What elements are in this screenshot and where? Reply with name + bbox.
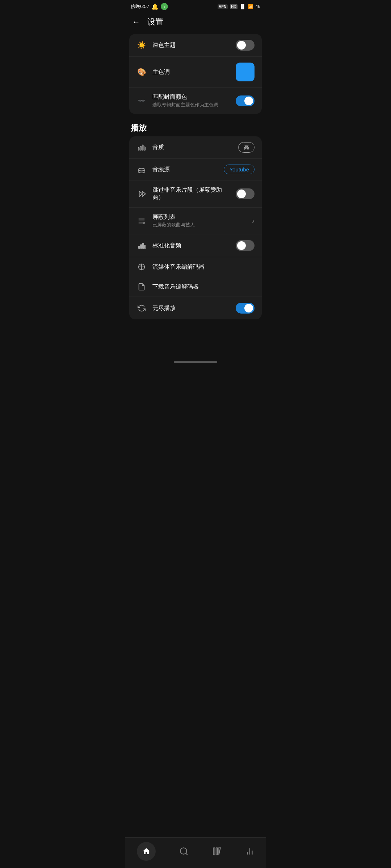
dark-theme-control[interactable] xyxy=(236,40,255,51)
audio-source-control[interactable]: Youtube xyxy=(224,165,255,174)
stream-codec-content: 流媒体音乐编解码器 xyxy=(152,263,250,271)
nav-search[interactable] xyxy=(179,847,189,856)
svg-rect-0 xyxy=(138,148,139,150)
skip-non-music-item[interactable]: 跳过非音乐片段（屏蔽赞助商） xyxy=(129,180,262,208)
svg-rect-1 xyxy=(140,146,141,150)
main-scroll: ☀️ 深色主题 🎨 主色调 〰️ 匹配封面颜色 xyxy=(125,34,266,358)
page-title: 设置 xyxy=(147,17,163,27)
stream-codec-item[interactable]: 流媒体音乐编解码器 xyxy=(129,257,262,277)
skip-label: 跳过非音乐片段（屏蔽赞助商） xyxy=(152,186,231,201)
playback-card: 音质 高 音频源 Youtube xyxy=(129,136,262,319)
back-button[interactable]: ← xyxy=(131,16,142,28)
primary-color-label: 主色调 xyxy=(152,68,231,76)
svg-rect-20 xyxy=(216,848,217,855)
match-cover-label: 匹配封面颜色 xyxy=(152,93,231,101)
match-cover-item[interactable]: 〰️ 匹配封面颜色 选取专辑封面主题色作为主色调 xyxy=(129,88,262,114)
primary-color-content: 主色调 xyxy=(152,68,231,76)
quality-label: 音质 xyxy=(152,144,234,151)
bottom-nav xyxy=(125,837,266,868)
signal-icon: ▐▌ xyxy=(240,4,246,9)
palette-icon: 🎨 xyxy=(136,68,147,76)
infinite-play-icon xyxy=(136,304,147,312)
hd-badge: HD xyxy=(230,4,237,9)
wave-icon: 〰️ xyxy=(136,97,147,104)
dark-theme-item[interactable]: ☀️ 深色主题 xyxy=(129,34,262,57)
infinite-play-control[interactable] xyxy=(236,303,255,314)
appearance-card: ☀️ 深色主题 🎨 主色调 〰️ 匹配封面颜色 xyxy=(129,34,262,114)
match-cover-content: 匹配封面颜色 选取专辑封面主题色作为主色调 xyxy=(152,93,231,108)
skip-control[interactable] xyxy=(236,188,255,199)
svg-marker-21 xyxy=(219,848,220,855)
dark-theme-knob xyxy=(237,41,246,50)
normalize-content: 标准化音频 xyxy=(152,242,231,250)
download-codec-content: 下载音乐编解码器 xyxy=(152,283,250,291)
status-left: 傍晚6:57 🔔 ↓ xyxy=(131,3,168,10)
svg-rect-14 xyxy=(143,243,144,249)
quality-item[interactable]: 音质 高 xyxy=(129,136,262,159)
block-list-sublabel: 已屏蔽的歌曲与艺人 xyxy=(152,222,248,228)
match-cover-knob xyxy=(244,97,253,105)
svg-rect-19 xyxy=(213,848,215,855)
nav-stats[interactable] xyxy=(245,847,255,856)
block-list-icon xyxy=(136,217,147,225)
block-list-item[interactable]: 屏蔽列表 已屏蔽的歌曲与艺人 › xyxy=(129,208,262,234)
svg-line-18 xyxy=(186,853,188,855)
match-cover-toggle[interactable] xyxy=(236,95,255,106)
download-codec-label: 下载音乐编解码器 xyxy=(152,283,250,291)
nav-home[interactable] xyxy=(137,842,156,861)
normalize-knob xyxy=(237,241,246,250)
svg-rect-3 xyxy=(144,147,145,150)
normalize-control[interactable] xyxy=(236,240,255,251)
block-list-control[interactable]: › xyxy=(252,217,255,225)
download-icon: ↓ xyxy=(161,3,168,10)
playback-section-header: 播放 xyxy=(125,117,266,136)
stream-codec-icon xyxy=(136,263,147,271)
time: 傍晚6:57 xyxy=(131,3,149,10)
primary-color-item[interactable]: 🎨 主色调 xyxy=(129,57,262,88)
audio-source-chip[interactable]: Youtube xyxy=(224,165,255,174)
normalize-icon xyxy=(136,242,147,250)
notification-icon: 🔔 xyxy=(151,3,159,10)
quality-content: 音质 xyxy=(152,144,234,151)
quality-control[interactable]: 高 xyxy=(238,142,255,153)
skip-knob xyxy=(237,190,246,198)
infinite-play-knob xyxy=(244,304,253,312)
quality-icon xyxy=(136,144,147,152)
infinite-play-item[interactable]: 无尽播放 xyxy=(129,297,262,319)
svg-rect-15 xyxy=(144,245,146,248)
match-cover-control[interactable] xyxy=(236,95,255,106)
svg-point-17 xyxy=(180,848,186,854)
audio-source-label: 音频源 xyxy=(152,166,219,173)
quality-chip[interactable]: 高 xyxy=(238,142,255,153)
skip-toggle[interactable] xyxy=(236,188,255,199)
normalize-item[interactable]: 标准化音频 xyxy=(129,234,262,257)
wifi-icon: 📶 xyxy=(248,4,253,9)
normalize-label: 标准化音频 xyxy=(152,242,231,250)
download-codec-icon xyxy=(136,283,147,291)
block-list-content: 屏蔽列表 已屏蔽的歌曲与艺人 xyxy=(152,213,248,228)
skip-content: 跳过非音乐片段（屏蔽赞助商） xyxy=(152,186,231,201)
status-bar: 傍晚6:57 🔔 ↓ VPN HD ▐▌ 📶 46 xyxy=(125,0,266,13)
normalize-toggle[interactable] xyxy=(236,240,255,251)
match-cover-sublabel: 选取专辑封面主题色作为主色调 xyxy=(152,102,231,108)
home-indicator xyxy=(174,361,217,363)
stream-codec-label: 流媒体音乐编解码器 xyxy=(152,263,250,271)
svg-rect-12 xyxy=(139,246,140,248)
dark-theme-icon: ☀️ xyxy=(136,41,147,50)
svg-rect-2 xyxy=(142,145,143,150)
audio-source-item[interactable]: 音频源 Youtube xyxy=(129,159,262,180)
audio-source-content: 音频源 xyxy=(152,166,219,173)
skip-icon xyxy=(136,190,147,198)
block-list-label: 屏蔽列表 xyxy=(152,213,248,221)
nav-library[interactable] xyxy=(212,847,222,856)
svg-rect-13 xyxy=(140,244,142,248)
battery: 46 xyxy=(256,4,260,9)
infinite-play-toggle[interactable] xyxy=(236,303,255,314)
dark-theme-content: 深色主题 xyxy=(152,42,231,49)
dark-theme-label: 深色主题 xyxy=(152,42,231,49)
primary-color-control[interactable] xyxy=(236,63,255,81)
download-codec-item[interactable]: 下载音乐编解码器 xyxy=(129,277,262,297)
dark-theme-toggle[interactable] xyxy=(236,40,255,51)
color-swatch[interactable] xyxy=(236,63,255,81)
top-bar: ← 设置 xyxy=(125,13,266,34)
